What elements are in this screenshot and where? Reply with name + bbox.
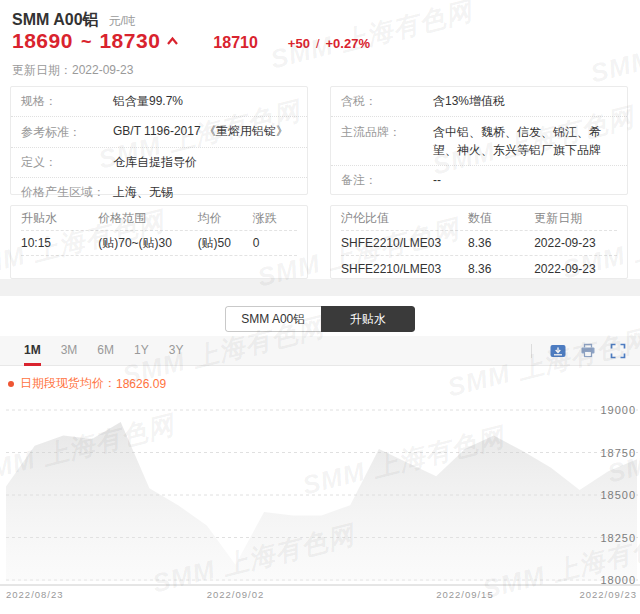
tax-brand-info-table: 含税： 含13%增值税 主流品牌： 含中铝、魏桥、信发、锦江、希望、神火、东兴等…: [330, 86, 628, 195]
table-row: SHFE2210/LME03 8.36 2022-09-23: [341, 256, 617, 281]
cell-ratio: 8.36: [468, 236, 534, 250]
range-tab-6m[interactable]: 6M: [97, 336, 114, 366]
row-value: --: [433, 172, 441, 189]
range-tab-3y[interactable]: 3Y: [169, 336, 184, 366]
cell-average: (贴)50: [198, 235, 253, 252]
column-header: 均价: [198, 210, 253, 227]
cell-price-range: (贴)70~(贴)30: [98, 235, 197, 252]
row-value: 仓库自提指导价: [113, 154, 197, 171]
price-range-tilde: ~: [81, 32, 92, 53]
chart-tools: [531, 343, 626, 359]
cell-date: 2022-09-23: [534, 236, 617, 250]
legend-item-spot-average[interactable]: 日期段现货均价： 18626.09: [8, 375, 640, 392]
print-icon[interactable]: [580, 343, 596, 358]
cell-contract: SHFE2210/LME03: [341, 262, 468, 276]
row-value: 含13%增值税: [433, 93, 505, 110]
toolbar-divider: [531, 344, 532, 358]
row-value: GB/T 1196-2017 《重熔用铝锭》: [113, 123, 288, 140]
table-row: 定义： 仓库自提指导价: [11, 148, 307, 178]
cell-date: 2022-09-23: [534, 262, 617, 276]
update-date-label: 更新日期：: [12, 63, 72, 77]
tab-premium-discount[interactable]: 升贴水: [321, 306, 416, 332]
price-high: 18730: [99, 29, 160, 53]
premium-discount-table: 升贴水 价格范围 均价 涨跌 10:15 (贴)70~(贴)30 (贴)50 0: [10, 205, 308, 279]
tab-smm-a00-al[interactable]: SMM A00铝: [225, 306, 321, 332]
range-tab-1y[interactable]: 1Y: [134, 336, 149, 366]
price-change: +50: [288, 36, 310, 51]
save-image-icon[interactable]: [550, 344, 566, 358]
table-row: 主流品牌： 含中铝、魏桥、信发、锦江、希望、神火、东兴等铝厂旗下品牌: [331, 117, 627, 166]
cell-change: 0: [253, 236, 297, 250]
watermark: SMM 上海有色网: [587, 7, 640, 91]
column-header: 更新日期: [534, 210, 617, 227]
cell-contract: SHFE2210/LME03: [341, 236, 468, 250]
fullscreen-icon[interactable]: [610, 343, 626, 359]
price-change-separator: /: [316, 36, 320, 51]
svg-text:18750: 18750: [600, 447, 636, 459]
price-up-icon: [166, 36, 179, 46]
table-row: 规格： 铝含量99.7%: [11, 87, 307, 117]
row-label: 含税：: [341, 93, 433, 110]
cell-time: 10:15: [21, 236, 98, 250]
svg-text:18500: 18500: [600, 489, 636, 501]
time-range-tabs: 1M 3M 6M 1Y 3Y: [14, 336, 193, 366]
spec-info-table: 规格： 铝含量99.7% 参考标准： GB/T 1196-2017 《重熔用铝锭…: [10, 86, 308, 195]
column-header: 数值: [468, 210, 534, 227]
chart-toolbar: 1M 3M 6M 1Y 3Y: [0, 336, 640, 366]
row-value: 铝含量99.7%: [113, 93, 183, 110]
column-header: 沪伦比值: [341, 210, 468, 227]
section-divider: [0, 279, 640, 296]
table-header-row: 沪伦比值 数值 更新日期: [341, 206, 617, 231]
chart-tab-bar: SMM A00铝 升贴水: [0, 296, 640, 336]
row-label: 参考标准：: [21, 124, 113, 141]
row-label: 主流品牌：: [341, 124, 433, 141]
update-date-row: 更新日期：2022-09-23: [12, 62, 133, 79]
price-trend-chart[interactable]: 19000187501850018250180002022/08/232022/…: [0, 394, 640, 608]
table-row: 备注： --: [331, 166, 627, 195]
shfe-lme-ratio-table: 沪伦比值 数值 更新日期 SHFE2210/LME03 8.36 2022-09…: [330, 205, 628, 279]
table-row: 价格产生区域： 上海、无锡: [11, 178, 307, 207]
table-row: SHFE2210/LME03 8.36 2022-09-23: [341, 231, 617, 256]
svg-text:18000: 18000: [600, 574, 636, 586]
legend-value: 18626.09: [116, 377, 166, 391]
svg-text:2022/08/23: 2022/08/23: [6, 589, 64, 600]
row-value: 含中铝、魏桥、信发、锦江、希望、神火、东兴等铝厂旗下品牌: [433, 124, 617, 159]
page-header: SMM A00铝 元/吨: [12, 10, 136, 31]
table-row: 参考标准： GB/T 1196-2017 《重熔用铝锭》: [11, 117, 307, 147]
tab-group: SMM A00铝 升贴水: [225, 306, 415, 332]
svg-text:2022/09/02: 2022/09/02: [207, 589, 265, 600]
legend-marker: [8, 381, 14, 387]
legend-label: 日期段现货均价：: [20, 375, 116, 392]
price-unit: 元/吨: [109, 13, 136, 30]
row-value: 上海、无锡: [113, 184, 173, 201]
row-label: 规格：: [21, 93, 113, 110]
table-header-row: 升贴水 价格范围 均价 涨跌: [21, 206, 297, 231]
column-header: 涨跌: [253, 210, 297, 227]
row-label: 价格产生区域：: [21, 184, 113, 201]
svg-text:18250: 18250: [600, 532, 636, 544]
row-label: 定义：: [21, 154, 113, 171]
svg-text:2022/09/15: 2022/09/15: [436, 589, 494, 600]
price-row: 18690 ~ 18730 18710 +50 / +0.27%: [12, 29, 370, 53]
price-change-percent: +0.27%: [326, 36, 370, 51]
cell-ratio: 8.36: [468, 262, 534, 276]
column-header: 升贴水: [21, 210, 98, 227]
range-tab-1m[interactable]: 1M: [24, 336, 41, 366]
table-row: 含税： 含13%增值税: [331, 87, 627, 117]
table-row: 10:15 (贴)70~(贴)30 (贴)50 0: [21, 231, 297, 256]
price-low: 18690: [12, 29, 73, 53]
column-header: 价格范围: [98, 210, 197, 227]
price-average: 18710: [213, 34, 258, 52]
svg-text:2022/09/23: 2022/09/23: [579, 589, 637, 600]
page: SMM 上海有色网 SMM 上海有色网 SMM 上海有色网 SMM 上海有色网 …: [0, 0, 640, 614]
chart-card: 1M 3M 6M 1Y 3Y: [0, 336, 640, 614]
update-date-value: 2022-09-23: [72, 63, 133, 77]
range-tab-3m[interactable]: 3M: [61, 336, 78, 366]
product-title: SMM A00铝: [12, 10, 99, 31]
svg-text:19000: 19000: [600, 404, 636, 416]
row-label: 备注：: [341, 172, 433, 189]
